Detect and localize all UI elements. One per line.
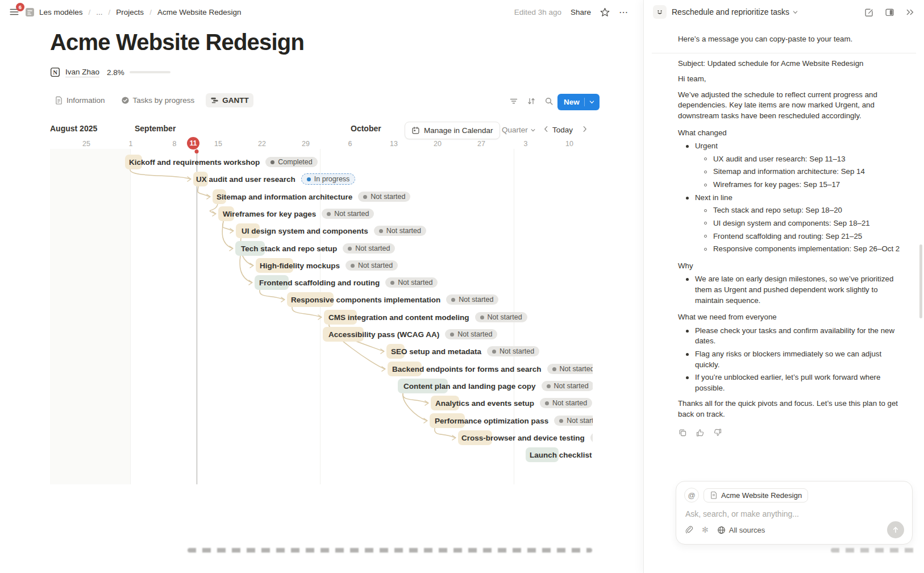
thumbs-up-button[interactable]: [696, 428, 705, 437]
task-name: Responsive components implementation: [291, 296, 440, 304]
task-status-badge[interactable]: Not started: [554, 416, 593, 426]
gantt-task-row[interactable]: UI design system and componentsNot start…: [242, 223, 426, 239]
timeline-prev-button[interactable]: [542, 125, 550, 133]
edited-timestamp: Edited 3h ago: [514, 8, 561, 16]
gantt-task-row[interactable]: SEO setup and metadataNot started: [391, 343, 539, 359]
gantt-task-row[interactable]: Launch checklist aNot started: [530, 447, 593, 463]
message-bullet-item: UI design system and components: Sep 18–…: [678, 218, 900, 229]
task-status-badge[interactable]: Not started: [346, 260, 398, 271]
panel-scrollbar[interactable]: [919, 244, 922, 318]
ai-thread-title[interactable]: Reschedule and reprioritize tasks: [672, 7, 798, 16]
collapse-panel-button[interactable]: [905, 7, 915, 17]
arrow-up-icon: [892, 526, 900, 534]
gantt-task-row[interactable]: Frontend scaffolding and routingNot star…: [259, 275, 438, 290]
status-dot-icon: [348, 247, 352, 251]
new-button[interactable]: New: [557, 94, 600, 110]
progress-bar: [130, 71, 170, 73]
context-page-chip-label: Acme Website Redesign: [721, 491, 802, 500]
mention-button[interactable]: @: [684, 488, 699, 503]
gantt-task-row[interactable]: Wireframes for key pagesNot started: [223, 206, 374, 222]
task-status-badge[interactable]: Completed: [265, 157, 317, 167]
search-button[interactable]: [544, 97, 553, 106]
task-status-badge[interactable]: Not started: [322, 209, 374, 219]
sidebar-menu-button[interactable]: 6: [8, 6, 20, 18]
gantt-task-row[interactable]: Cross-browser and device testingNot star…: [461, 430, 593, 446]
gantt-task-row[interactable]: Kickoff and requirements workshopComplet…: [129, 154, 318, 170]
task-status-badge[interactable]: Not started: [374, 226, 426, 236]
timeline-today-button[interactable]: Today: [552, 126, 573, 134]
task-status-badge[interactable]: Not started: [446, 294, 498, 305]
more-options-button[interactable]: ⋯: [619, 7, 629, 18]
task-name: Content plan and landing page copy: [403, 382, 536, 391]
page-title[interactable]: Acme Website Redesign: [50, 30, 304, 55]
task-status-badge[interactable]: Not started: [547, 364, 593, 374]
sort-button[interactable]: [527, 97, 536, 106]
task-name: Sitemap and information architecture: [217, 193, 352, 201]
context-page-chip[interactable]: Acme Website Redesign: [704, 488, 808, 503]
task-status-badge[interactable]: In progress: [301, 173, 356, 185]
notification-badge: 6: [16, 3, 24, 11]
today-date-marker: 11: [187, 137, 199, 150]
gantt-task-row[interactable]: CMS integration and content modelingNot …: [328, 309, 527, 325]
gantt-task-row[interactable]: Accessibility pass (WCAG AA)Not started: [328, 326, 497, 342]
manage-in-calendar-button[interactable]: Manage in Calendar: [405, 122, 500, 139]
attach-button[interactable]: [684, 525, 693, 534]
owner-mention[interactable]: Ivan Zhao: [65, 68, 99, 77]
share-button[interactable]: Share: [571, 8, 591, 16]
task-status-badge[interactable]: Not started: [343, 243, 395, 254]
gantt-task-row[interactable]: Content plan and landing page copyNot st…: [403, 378, 593, 394]
status-dot-icon: [327, 212, 331, 216]
status-dot-icon: [363, 195, 367, 199]
status-label: Not started: [398, 279, 432, 286]
gantt-task-row[interactable]: Responsive components implementationNot …: [291, 292, 498, 308]
tab-tasks-by-progress[interactable]: Tasks by progress: [116, 93, 199, 107]
breadcrumb-ellipsis[interactable]: ...: [96, 8, 102, 16]
chevron-down-icon: [589, 99, 595, 105]
filter-button[interactable]: [509, 97, 518, 106]
tab-gantt[interactable]: GANTT: [206, 93, 253, 107]
task-status-badge[interactable]: Not started: [590, 433, 593, 443]
gantt-task-row[interactable]: Tech stack and repo setupNot started: [241, 240, 395, 256]
task-name: Analytics and events setup: [435, 399, 534, 408]
task-status-badge[interactable]: Not started: [542, 381, 593, 391]
tab-information[interactable]: Information: [50, 93, 110, 107]
breadcrumb-projects[interactable]: Projects: [116, 8, 144, 16]
gantt-chart: Kickoff and requirements workshopComplet…: [50, 149, 593, 547]
ai-model-button[interactable]: ✻: [702, 525, 709, 534]
panel-layout-toggle-button[interactable]: [885, 7, 894, 17]
chat-input[interactable]: Ask, search, or make anything...: [684, 503, 904, 521]
task-status-badge[interactable]: Not started: [540, 398, 592, 408]
thumbs-down-button[interactable]: [713, 428, 722, 437]
breadcrumb-workspace[interactable]: Les modèles: [39, 8, 83, 16]
bullet-text: Flag any risks or blockers immediately s…: [695, 349, 900, 370]
gantt-task-row[interactable]: Backend endpoints for forms and searchNo…: [392, 361, 593, 377]
gantt-task-row[interactable]: Sitemap and information architectureNot …: [217, 189, 410, 205]
task-status-badge[interactable]: Not started: [487, 346, 539, 356]
gantt-task-row[interactable]: High-fidelity mockupsNot started: [260, 258, 398, 273]
task-status-badge[interactable]: Not started: [385, 277, 438, 288]
task-status-badge[interactable]: Not started: [445, 329, 497, 339]
ai-thread-title-label: Reschedule and reprioritize tasks: [672, 7, 789, 16]
gantt-task-row[interactable]: Performance optimization passNot started: [435, 413, 593, 429]
task-name: Performance optimization pass: [435, 417, 548, 425]
zoom-level-select[interactable]: Quarter: [502, 126, 536, 134]
status-dot-icon: [307, 177, 311, 181]
status-label: Not started: [457, 330, 492, 338]
bullet-text: If you’re unblocked earlier, let’s pull …: [695, 372, 900, 393]
new-chat-button[interactable]: [864, 7, 874, 17]
copy-button[interactable]: [678, 428, 687, 437]
breadcrumb-current-page[interactable]: Acme Website Redesign: [157, 8, 242, 16]
timeline-date-tick: 25: [82, 140, 90, 148]
tab-label: Tasks by progress: [133, 96, 195, 105]
all-sources-button[interactable]: All sources: [717, 526, 765, 534]
favorite-star-button[interactable]: [600, 7, 610, 17]
gantt-task-row[interactable]: Analytics and events setupNot started: [435, 395, 592, 411]
timeline-date-tick: 6: [348, 140, 352, 148]
bullet-icon: [686, 197, 689, 200]
gantt-task-row[interactable]: UX audit and user researchIn progress: [196, 171, 355, 187]
message-bullet-item: Next in line: [678, 193, 900, 204]
timeline-next-button[interactable]: [581, 125, 589, 133]
task-status-badge[interactable]: Not started: [475, 312, 527, 322]
send-button[interactable]: [887, 521, 904, 538]
task-status-badge[interactable]: Not started: [358, 192, 410, 202]
